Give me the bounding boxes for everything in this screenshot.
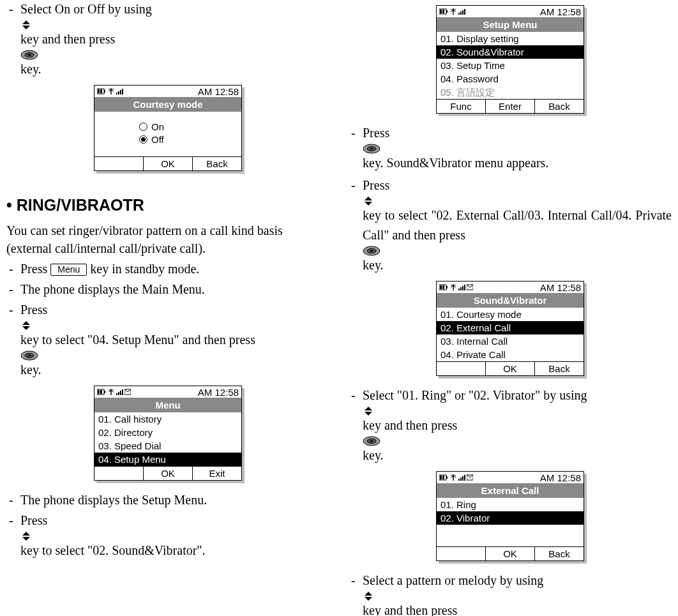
softkey-back: Back	[192, 157, 241, 170]
text: key to select "04. Setup Menu" and then …	[20, 333, 255, 347]
label: On	[151, 121, 164, 133]
antenna-icon	[449, 284, 457, 290]
status-icons	[97, 389, 131, 395]
svg-rect-58	[442, 476, 444, 479]
intro-text: You can set ringer/vibrator pattern on a…	[6, 222, 329, 257]
battery-icon	[97, 88, 106, 94]
list-item: 03. Speed Dial	[94, 439, 241, 453]
updown-key-icon	[363, 406, 672, 416]
step-press-enter-sv: - Press key. Sound&Vibrator menu appears…	[349, 124, 672, 174]
svg-marker-25	[22, 532, 30, 536]
phone-title: Menu	[94, 398, 241, 412]
text: key.	[20, 62, 41, 76]
radio-on: On	[139, 121, 241, 133]
text: key and then press	[363, 418, 457, 432]
enter-key-icon	[20, 350, 329, 361]
softkey-ok: OK	[143, 157, 192, 170]
battery-icon	[439, 284, 448, 290]
svg-marker-13	[22, 326, 30, 330]
text: key.	[363, 448, 384, 462]
text: The phone displays the Main Menu.	[20, 282, 205, 296]
list-item-selected: 02. External Call	[437, 321, 584, 334]
softkey-empty	[94, 467, 143, 480]
svg-point-54	[370, 440, 373, 442]
text: Select On or Off by using	[20, 2, 152, 16]
svg-point-41	[370, 250, 373, 252]
text: key to select "02. External Call/03. Int…	[363, 208, 672, 242]
softkey-exit: Exit	[192, 467, 241, 480]
enter-key-icon	[363, 246, 672, 256]
status-icons	[439, 284, 473, 290]
softkey-back: Back	[535, 100, 584, 113]
softkey-back: Back	[534, 547, 584, 560]
text: key.	[20, 363, 41, 377]
text: Press	[363, 126, 389, 140]
updown-key-icon	[20, 320, 329, 331]
svg-rect-8	[100, 89, 102, 93]
list-item: 01. Ring	[437, 498, 584, 511]
list-item: 01. Call history	[94, 412, 241, 426]
status-icons	[439, 8, 465, 15]
list-item: 02. Directory	[94, 426, 241, 439]
svg-rect-44	[440, 285, 442, 289]
text: key. Sound&Vibrator menu appears.	[363, 156, 548, 170]
message-icon	[124, 389, 131, 395]
antenna-icon	[449, 474, 457, 481]
signal-icon	[116, 88, 123, 94]
text: key to select "02. Sound&Vibrator".	[20, 543, 206, 557]
signal-icon	[458, 8, 465, 15]
svg-rect-20	[100, 390, 102, 394]
step-select-pattern: - Select a pattern or melody by using ke…	[349, 571, 672, 616]
svg-rect-30	[442, 10, 444, 13]
svg-marker-37	[365, 197, 372, 200]
antenna-icon	[107, 389, 115, 395]
radio-unchecked-icon	[139, 123, 147, 131]
step-select-02: - Press key to select "02. Sound&Vibrato…	[6, 511, 329, 561]
enter-key-icon	[20, 50, 329, 60]
message-icon	[467, 284, 473, 290]
phone-sound-vibrator: AM 12:58 Sound&Vibrator 01. Courtesy mod…	[436, 281, 584, 376]
list-item: 04. Private Call	[437, 348, 584, 361]
text: Select "01. Ring" or "02. Vibrator" by u…	[363, 388, 587, 402]
svg-marker-0	[22, 20, 30, 24]
svg-marker-12	[22, 321, 30, 325]
signal-icon	[116, 389, 123, 395]
softkey-empty	[437, 547, 485, 560]
status-icons	[439, 474, 473, 481]
phone-menu: AM 12:58 Menu 01. Call history 02. Direc…	[94, 386, 242, 481]
updown-key-icon	[20, 20, 329, 30]
updown-key-icon	[20, 531, 329, 541]
list-item-selected: 04. Setup Menu	[94, 453, 241, 466]
label: Off	[151, 133, 164, 146]
svg-point-16	[28, 355, 31, 356]
signal-icon	[458, 284, 465, 290]
phone-courtesy: AM 12:58 Courtesy mode On Off OK Back	[94, 85, 242, 171]
text: key in standby mode.	[90, 262, 199, 276]
heading-ring-vibrator: • RING/VIBRAOTR	[6, 194, 329, 216]
list-item: 03. Internal Call	[437, 334, 584, 348]
softkey-ok: OK	[143, 467, 192, 480]
phone-title: Setup Menu	[437, 17, 584, 32]
svg-rect-6	[104, 90, 105, 93]
svg-rect-7	[98, 89, 100, 93]
svg-rect-18	[104, 391, 105, 393]
enter-key-icon	[363, 436, 672, 446]
svg-marker-63	[365, 592, 372, 596]
phone-setup: AM 12:58 Setup Menu 01. Display setting …	[436, 5, 584, 114]
message-icon	[467, 474, 473, 481]
svg-marker-51	[365, 412, 372, 416]
enter-key-icon	[363, 144, 672, 154]
svg-point-4	[28, 54, 31, 56]
antenna-icon	[107, 88, 115, 94]
list-item: 01. Display setting	[437, 32, 584, 45]
radio-off: Off	[139, 133, 241, 146]
list-item: 03. Setup Time	[437, 59, 584, 72]
step-select-ext: - Press key to select "02. External Call…	[349, 176, 672, 276]
step-select-04: - Press key to select "04. Setup Menu" a…	[6, 301, 329, 380]
step-main-menu: - The phone displays the Main Menu.	[6, 280, 329, 298]
text: key.	[363, 258, 384, 272]
step-select-ring: - Select "01. Ring" or "02. Vibrator" by…	[349, 386, 672, 466]
softkey-back: Back	[534, 362, 584, 375]
step-press-menu: - Press Menu key in standby mode.	[6, 260, 329, 278]
step-setup-menu: - The phone displays the Setup Menu.	[6, 491, 329, 509]
